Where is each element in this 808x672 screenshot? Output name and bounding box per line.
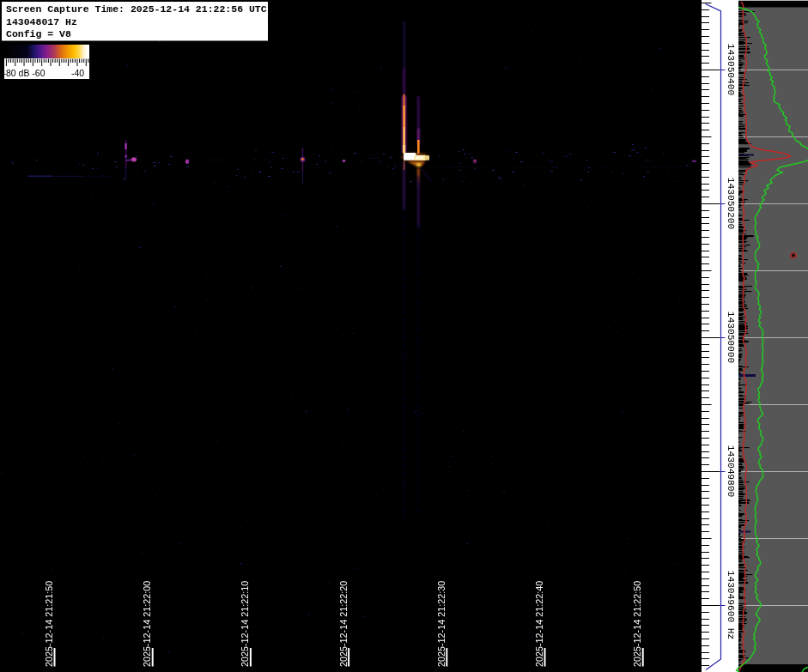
svg-text:2025-12-14 21:22:50: 2025-12-14 21:22:50 — [632, 581, 642, 667]
svg-text:143049600 Hz: 143049600 Hz — [726, 571, 736, 640]
svg-text:2025-12-14 21:22:00: 2025-12-14 21:22:00 — [142, 581, 152, 667]
svg-text:143050400: 143050400 — [726, 44, 736, 96]
svg-text:2025-12-14 21:22:20: 2025-12-14 21:22:20 — [338, 581, 349, 667]
svg-text:-80 dB -60: -80 dB -60 — [3, 68, 46, 78]
svg-text:2025-12-14 21:21:50: 2025-12-14 21:21:50 — [44, 581, 54, 667]
svg-text:143049800: 143049800 — [726, 445, 736, 498]
svg-text:143050000: 143050000 — [726, 312, 736, 364]
svg-text:-40: -40 — [71, 68, 84, 78]
svg-text:2025-12-14 21:22:30: 2025-12-14 21:22:30 — [436, 581, 447, 667]
svg-text:Config = V8: Config = V8 — [6, 28, 71, 39]
svg-text:Screen Capture Time: 2025-12-1: Screen Capture Time: 2025-12-14 21:22:56… — [6, 3, 267, 15]
svg-text:143050200: 143050200 — [726, 178, 736, 230]
svg-text:143048017 Hz: 143048017 Hz — [6, 16, 77, 27]
svg-text:2025-12-14 21:22:40: 2025-12-14 21:22:40 — [534, 581, 544, 667]
svg-text:2025-12-14 21:22:10: 2025-12-14 21:22:10 — [240, 581, 250, 667]
